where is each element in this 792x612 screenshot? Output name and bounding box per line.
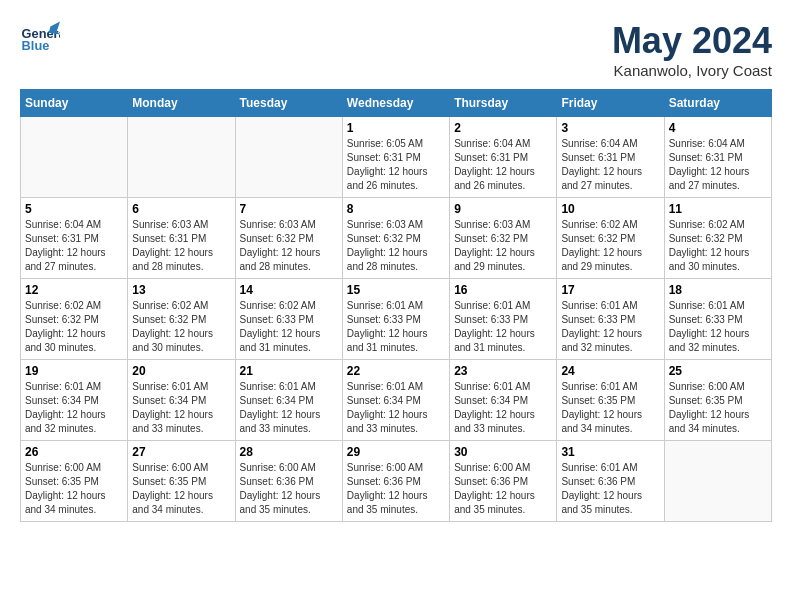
calendar-cell: 30Sunrise: 6:00 AM Sunset: 6:36 PM Dayli… bbox=[450, 441, 557, 522]
weekday-header-friday: Friday bbox=[557, 90, 664, 117]
calendar-cell: 24Sunrise: 6:01 AM Sunset: 6:35 PM Dayli… bbox=[557, 360, 664, 441]
page-header: General Blue May 2024 Kananwolo, Ivory C… bbox=[20, 20, 772, 79]
day-info: Sunrise: 6:04 AM Sunset: 6:31 PM Dayligh… bbox=[561, 137, 659, 193]
week-row-5: 26Sunrise: 6:00 AM Sunset: 6:35 PM Dayli… bbox=[21, 441, 772, 522]
day-number: 19 bbox=[25, 364, 123, 378]
weekday-header-thursday: Thursday bbox=[450, 90, 557, 117]
calendar-cell: 2Sunrise: 6:04 AM Sunset: 6:31 PM Daylig… bbox=[450, 117, 557, 198]
weekday-header-wednesday: Wednesday bbox=[342, 90, 449, 117]
week-row-2: 5Sunrise: 6:04 AM Sunset: 6:31 PM Daylig… bbox=[21, 198, 772, 279]
day-info: Sunrise: 6:01 AM Sunset: 6:34 PM Dayligh… bbox=[240, 380, 338, 436]
day-info: Sunrise: 6:03 AM Sunset: 6:31 PM Dayligh… bbox=[132, 218, 230, 274]
calendar-cell: 12Sunrise: 6:02 AM Sunset: 6:32 PM Dayli… bbox=[21, 279, 128, 360]
day-number: 4 bbox=[669, 121, 767, 135]
calendar-cell: 16Sunrise: 6:01 AM Sunset: 6:33 PM Dayli… bbox=[450, 279, 557, 360]
day-number: 21 bbox=[240, 364, 338, 378]
day-number: 13 bbox=[132, 283, 230, 297]
day-number: 6 bbox=[132, 202, 230, 216]
day-number: 30 bbox=[454, 445, 552, 459]
calendar-cell: 6Sunrise: 6:03 AM Sunset: 6:31 PM Daylig… bbox=[128, 198, 235, 279]
title-block: May 2024 Kananwolo, Ivory Coast bbox=[612, 20, 772, 79]
calendar-cell: 10Sunrise: 6:02 AM Sunset: 6:32 PM Dayli… bbox=[557, 198, 664, 279]
day-number: 20 bbox=[132, 364, 230, 378]
calendar-cell: 5Sunrise: 6:04 AM Sunset: 6:31 PM Daylig… bbox=[21, 198, 128, 279]
day-info: Sunrise: 6:01 AM Sunset: 6:33 PM Dayligh… bbox=[347, 299, 445, 355]
day-info: Sunrise: 6:01 AM Sunset: 6:34 PM Dayligh… bbox=[347, 380, 445, 436]
weekday-header-monday: Monday bbox=[128, 90, 235, 117]
day-info: Sunrise: 6:00 AM Sunset: 6:35 PM Dayligh… bbox=[132, 461, 230, 517]
day-info: Sunrise: 6:00 AM Sunset: 6:35 PM Dayligh… bbox=[25, 461, 123, 517]
day-info: Sunrise: 6:00 AM Sunset: 6:35 PM Dayligh… bbox=[669, 380, 767, 436]
day-number: 24 bbox=[561, 364, 659, 378]
calendar-cell: 7Sunrise: 6:03 AM Sunset: 6:32 PM Daylig… bbox=[235, 198, 342, 279]
calendar-cell bbox=[235, 117, 342, 198]
calendar-cell: 9Sunrise: 6:03 AM Sunset: 6:32 PM Daylig… bbox=[450, 198, 557, 279]
calendar-cell: 18Sunrise: 6:01 AM Sunset: 6:33 PM Dayli… bbox=[664, 279, 771, 360]
day-number: 27 bbox=[132, 445, 230, 459]
day-info: Sunrise: 6:00 AM Sunset: 6:36 PM Dayligh… bbox=[454, 461, 552, 517]
day-number: 22 bbox=[347, 364, 445, 378]
calendar-cell: 19Sunrise: 6:01 AM Sunset: 6:34 PM Dayli… bbox=[21, 360, 128, 441]
day-info: Sunrise: 6:01 AM Sunset: 6:34 PM Dayligh… bbox=[454, 380, 552, 436]
calendar-cell: 15Sunrise: 6:01 AM Sunset: 6:33 PM Dayli… bbox=[342, 279, 449, 360]
svg-text:Blue: Blue bbox=[22, 38, 50, 53]
weekday-header-row: SundayMondayTuesdayWednesdayThursdayFrid… bbox=[21, 90, 772, 117]
week-row-3: 12Sunrise: 6:02 AM Sunset: 6:32 PM Dayli… bbox=[21, 279, 772, 360]
day-info: Sunrise: 6:01 AM Sunset: 6:33 PM Dayligh… bbox=[454, 299, 552, 355]
weekday-header-tuesday: Tuesday bbox=[235, 90, 342, 117]
day-number: 1 bbox=[347, 121, 445, 135]
day-info: Sunrise: 6:01 AM Sunset: 6:34 PM Dayligh… bbox=[132, 380, 230, 436]
calendar-cell: 26Sunrise: 6:00 AM Sunset: 6:35 PM Dayli… bbox=[21, 441, 128, 522]
month-title: May 2024 bbox=[612, 20, 772, 62]
day-info: Sunrise: 6:03 AM Sunset: 6:32 PM Dayligh… bbox=[454, 218, 552, 274]
calendar-cell: 4Sunrise: 6:04 AM Sunset: 6:31 PM Daylig… bbox=[664, 117, 771, 198]
calendar-cell: 17Sunrise: 6:01 AM Sunset: 6:33 PM Dayli… bbox=[557, 279, 664, 360]
day-number: 5 bbox=[25, 202, 123, 216]
day-info: Sunrise: 6:04 AM Sunset: 6:31 PM Dayligh… bbox=[454, 137, 552, 193]
day-info: Sunrise: 6:02 AM Sunset: 6:32 PM Dayligh… bbox=[669, 218, 767, 274]
logo-icon: General Blue bbox=[20, 20, 60, 64]
day-number: 16 bbox=[454, 283, 552, 297]
day-number: 9 bbox=[454, 202, 552, 216]
day-info: Sunrise: 6:01 AM Sunset: 6:33 PM Dayligh… bbox=[669, 299, 767, 355]
weekday-header-saturday: Saturday bbox=[664, 90, 771, 117]
calendar-cell: 3Sunrise: 6:04 AM Sunset: 6:31 PM Daylig… bbox=[557, 117, 664, 198]
calendar-cell bbox=[21, 117, 128, 198]
calendar-cell: 31Sunrise: 6:01 AM Sunset: 6:36 PM Dayli… bbox=[557, 441, 664, 522]
day-info: Sunrise: 6:03 AM Sunset: 6:32 PM Dayligh… bbox=[240, 218, 338, 274]
calendar-table: SundayMondayTuesdayWednesdayThursdayFrid… bbox=[20, 89, 772, 522]
calendar-cell: 8Sunrise: 6:03 AM Sunset: 6:32 PM Daylig… bbox=[342, 198, 449, 279]
day-info: Sunrise: 6:02 AM Sunset: 6:32 PM Dayligh… bbox=[561, 218, 659, 274]
weekday-header-sunday: Sunday bbox=[21, 90, 128, 117]
day-number: 8 bbox=[347, 202, 445, 216]
day-number: 3 bbox=[561, 121, 659, 135]
day-info: Sunrise: 6:01 AM Sunset: 6:35 PM Dayligh… bbox=[561, 380, 659, 436]
calendar-cell: 13Sunrise: 6:02 AM Sunset: 6:32 PM Dayli… bbox=[128, 279, 235, 360]
calendar-cell: 22Sunrise: 6:01 AM Sunset: 6:34 PM Dayli… bbox=[342, 360, 449, 441]
calendar-cell: 27Sunrise: 6:00 AM Sunset: 6:35 PM Dayli… bbox=[128, 441, 235, 522]
day-number: 11 bbox=[669, 202, 767, 216]
week-row-4: 19Sunrise: 6:01 AM Sunset: 6:34 PM Dayli… bbox=[21, 360, 772, 441]
calendar-cell: 29Sunrise: 6:00 AM Sunset: 6:36 PM Dayli… bbox=[342, 441, 449, 522]
day-number: 10 bbox=[561, 202, 659, 216]
day-number: 17 bbox=[561, 283, 659, 297]
day-info: Sunrise: 6:03 AM Sunset: 6:32 PM Dayligh… bbox=[347, 218, 445, 274]
day-info: Sunrise: 6:04 AM Sunset: 6:31 PM Dayligh… bbox=[669, 137, 767, 193]
calendar-cell bbox=[664, 441, 771, 522]
calendar-cell: 25Sunrise: 6:00 AM Sunset: 6:35 PM Dayli… bbox=[664, 360, 771, 441]
day-number: 26 bbox=[25, 445, 123, 459]
calendar-cell: 20Sunrise: 6:01 AM Sunset: 6:34 PM Dayli… bbox=[128, 360, 235, 441]
day-info: Sunrise: 6:01 AM Sunset: 6:34 PM Dayligh… bbox=[25, 380, 123, 436]
day-number: 25 bbox=[669, 364, 767, 378]
day-info: Sunrise: 6:00 AM Sunset: 6:36 PM Dayligh… bbox=[347, 461, 445, 517]
day-info: Sunrise: 6:04 AM Sunset: 6:31 PM Dayligh… bbox=[25, 218, 123, 274]
calendar-cell: 28Sunrise: 6:00 AM Sunset: 6:36 PM Dayli… bbox=[235, 441, 342, 522]
day-number: 7 bbox=[240, 202, 338, 216]
day-info: Sunrise: 6:01 AM Sunset: 6:33 PM Dayligh… bbox=[561, 299, 659, 355]
day-info: Sunrise: 6:02 AM Sunset: 6:32 PM Dayligh… bbox=[132, 299, 230, 355]
day-number: 2 bbox=[454, 121, 552, 135]
calendar-cell: 14Sunrise: 6:02 AM Sunset: 6:33 PM Dayli… bbox=[235, 279, 342, 360]
day-number: 23 bbox=[454, 364, 552, 378]
day-number: 18 bbox=[669, 283, 767, 297]
day-info: Sunrise: 6:02 AM Sunset: 6:33 PM Dayligh… bbox=[240, 299, 338, 355]
